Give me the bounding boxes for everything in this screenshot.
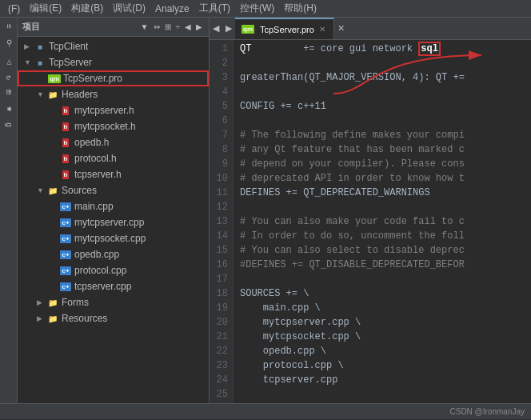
line-num-19: 19 bbox=[214, 301, 228, 315]
cpp-icon-1: c+ bbox=[59, 201, 72, 212]
tree-label-opedb-cpp: opedb.cpp bbox=[74, 249, 119, 260]
tree-label-sources: Sources bbox=[62, 185, 97, 196]
code-line-23: protocol.cpp \ bbox=[240, 358, 525, 373]
tab-close-btn[interactable]: ✕ bbox=[317, 24, 327, 34]
app-window: (F) 编辑(E) 构建(B) 调试(D) Analyze 工具(T) 控件(W… bbox=[0, 0, 531, 419]
sidebar-icon-3[interactable]: △ bbox=[2, 54, 14, 69]
statusbar: CSDN @IronmanJay bbox=[0, 403, 531, 419]
tree-label-mytcpsocket-h: mytcpsocket.h bbox=[74, 121, 136, 132]
tree-arrow-empty-9 bbox=[50, 250, 59, 258]
tree-item-mytcpserver-cpp[interactable]: c+ mytcpserver.cpp bbox=[18, 214, 209, 230]
code-line-22: opedb.cpp \ bbox=[240, 344, 525, 358]
folder-icon-forms: 📁 bbox=[46, 297, 59, 308]
line-num-9: 9 bbox=[214, 157, 228, 171]
project-icon-tcpclient: ■ bbox=[34, 41, 46, 52]
tree-item-sources[interactable]: ▼ 📁 Sources bbox=[18, 182, 209, 198]
code-line-15: # You can also select to disable deprec bbox=[240, 243, 525, 258]
tab-tcpserver-pro[interactable]: qm TcpServer.pro ✕ bbox=[235, 18, 334, 39]
editor-area: ◀ ▶ qm TcpServer.pro ✕ ✕ 1 2 3 4 5 6 bbox=[210, 18, 531, 403]
tab-label: TcpServer.pro bbox=[260, 25, 314, 34]
cpp-icon-3: c+ bbox=[59, 233, 72, 244]
h-icon-1: h bbox=[59, 105, 72, 116]
line-num-14: 14 bbox=[214, 229, 228, 243]
menu-edit[interactable]: 编辑(E) bbox=[25, 0, 66, 17]
line-num-16: 16 bbox=[214, 258, 228, 272]
tree-arrow-empty-11 bbox=[50, 282, 59, 290]
tree-label-opedb-h: opedb.h bbox=[74, 137, 109, 148]
code-line-20: mytcpserver.cpp \ bbox=[240, 315, 525, 330]
panel-filter-btn[interactable]: ▼ bbox=[139, 22, 150, 32]
code-line-3: greaterThan(QT_MAJOR_VERSION, 4): QT += bbox=[240, 70, 525, 85]
code-line-13: # You can also make your code fail to c bbox=[240, 214, 525, 229]
cpp-icon-4: c+ bbox=[59, 249, 72, 260]
sidebar-icon-2[interactable]: ⚲ bbox=[2, 35, 14, 50]
tree-label-forms: Forms bbox=[62, 297, 89, 308]
code-content[interactable]: QT += core gui network sql greaterThan(Q… bbox=[234, 40, 531, 403]
tree-content[interactable]: ▶ ■ TcpClient ▼ ■ TcpServer qm TcpServer… bbox=[18, 37, 209, 403]
tree-item-mytcpserver-h[interactable]: h mytcpserver.h bbox=[18, 102, 209, 118]
tree-item-headers[interactable]: ▼ 📁 Headers bbox=[18, 86, 209, 102]
sidebar-icon-1[interactable]: ≡ bbox=[2, 21, 14, 32]
tree-item-mytcpsocket-cpp[interactable]: c+ mytcpsocket.cpp bbox=[18, 230, 209, 246]
code-line-19: main.cpp \ bbox=[240, 301, 525, 315]
panel-add-btn[interactable]: ⊞ bbox=[163, 22, 173, 32]
menu-help[interactable]: 帮助(H) bbox=[279, 0, 321, 17]
code-line-24: tcpserver.cpp bbox=[240, 373, 525, 387]
sidebar-icon-6[interactable]: ✱ bbox=[2, 101, 14, 116]
tree-item-resources[interactable]: ▶ 📁 Resources bbox=[18, 310, 209, 326]
tree-arrow-empty-8 bbox=[50, 234, 59, 242]
pro-file-icon: qm bbox=[48, 73, 61, 84]
sidebar-icon-7[interactable]: g bbox=[2, 119, 14, 130]
h-icon-5: h bbox=[59, 169, 72, 180]
tree-label-main-cpp: main.cpp bbox=[74, 201, 114, 212]
folder-icon-resources: 📁 bbox=[46, 313, 59, 324]
tree-arrow-empty-4 bbox=[50, 154, 59, 162]
left-sidebar: ≡ ⚲ △ ↻ ⊞ ✱ g bbox=[0, 18, 18, 403]
tree-item-protocol-h[interactable]: h protocol.h bbox=[18, 150, 209, 166]
tree-arrow-empty-3 bbox=[50, 138, 59, 146]
panel-header: 项目 ▼ ⇔ ⊞ ÷ ◀ ▶ bbox=[18, 18, 209, 37]
menu-tools[interactable]: 工具(T) bbox=[194, 0, 235, 17]
menu-debug[interactable]: 调试(D) bbox=[108, 0, 150, 17]
panel-prev-btn[interactable]: ◀ bbox=[183, 22, 193, 32]
code-line-14: # In order to do so, uncomment the foll bbox=[240, 229, 525, 243]
panel-next-btn[interactable]: ▶ bbox=[194, 22, 204, 32]
tree-item-tcpserver-h[interactable]: h tcpserver.h bbox=[18, 166, 209, 182]
tree-item-tcpclient[interactable]: ▶ ■ TcpClient bbox=[18, 38, 209, 54]
menu-controls[interactable]: 控件(W) bbox=[235, 0, 279, 17]
tree-item-mytcpsocket-h[interactable]: h mytcpsocket.h bbox=[18, 118, 209, 134]
tree-item-main-cpp[interactable]: c+ main.cpp bbox=[18, 198, 209, 214]
menu-build[interactable]: 构建(B) bbox=[66, 0, 108, 17]
line-num-4: 4 bbox=[214, 85, 228, 99]
tree-item-tcpserver-cpp[interactable]: c+ tcpserver.cpp bbox=[18, 278, 209, 294]
tree-label-mytcpserver-h: mytcpserver.h bbox=[74, 105, 134, 116]
line-num-22: 22 bbox=[214, 344, 228, 358]
menubar: (F) 编辑(E) 构建(B) 调试(D) Analyze 工具(T) 控件(W… bbox=[0, 0, 531, 18]
tree-item-opedb-cpp[interactable]: c+ opedb.cpp bbox=[18, 246, 209, 262]
menu-analyze[interactable]: Analyze bbox=[150, 2, 194, 16]
tree-label-mytcpsocket-cpp: mytcpsocket.cpp bbox=[74, 233, 146, 244]
tree-item-forms[interactable]: ▶ 📁 Forms bbox=[18, 294, 209, 310]
line-num-12: 12 bbox=[214, 200, 228, 214]
tab-close-all-btn[interactable]: ✕ bbox=[334, 18, 348, 39]
line-num-6: 6 bbox=[214, 114, 228, 128]
tree-item-protocol-cpp[interactable]: c+ protocol.cpp bbox=[18, 262, 209, 278]
tree-item-opedb-h[interactable]: h opedb.h bbox=[18, 134, 209, 150]
panel-link-btn[interactable]: ⇔ bbox=[152, 22, 162, 32]
folder-icon-headers: 📁 bbox=[46, 89, 59, 100]
menu-file[interactable]: (F) bbox=[3, 2, 25, 16]
tab-prev-btn[interactable]: ◀ bbox=[210, 18, 222, 39]
tree-item-tcpserver-pro[interactable]: qm TcpServer.pro bbox=[18, 70, 209, 86]
tree-arrow-pro bbox=[38, 74, 48, 82]
tab-next-btn[interactable]: ▶ bbox=[222, 18, 235, 39]
line-num-25: 25 bbox=[214, 387, 228, 402]
project-icon-tcpserver: ■ bbox=[34, 57, 46, 68]
tree-item-tcpserver[interactable]: ▼ ■ TcpServer bbox=[18, 54, 209, 70]
sidebar-icon-4[interactable]: ↻ bbox=[2, 72, 14, 83]
line-num-2: 2 bbox=[214, 56, 228, 70]
line-num-10: 10 bbox=[214, 171, 228, 186]
sidebar-icon-5[interactable]: ⊞ bbox=[2, 86, 14, 98]
line-num-15: 15 bbox=[214, 243, 228, 258]
panel-split-btn[interactable]: ÷ bbox=[174, 22, 182, 32]
code-view: 1 2 3 4 5 6 7 8 9 10 11 12 13 14 15 16 1 bbox=[210, 40, 531, 403]
